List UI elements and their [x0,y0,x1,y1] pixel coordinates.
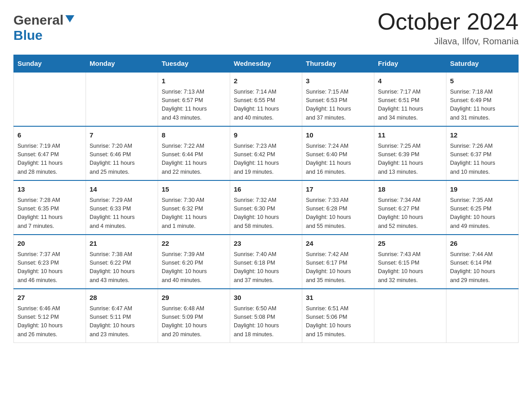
calendar-day-cell: 7Sunrise: 7:20 AM Sunset: 6:46 PM Daylig… [86,126,158,180]
col-monday: Monday [86,55,158,73]
calendar-day-cell: 10Sunrise: 7:24 AM Sunset: 6:40 PM Dayli… [302,126,374,180]
col-wednesday: Wednesday [230,55,302,73]
day-info: Sunrise: 7:30 AM Sunset: 6:32 PM Dayligh… [162,196,226,231]
calendar-day-cell: 2Sunrise: 7:14 AM Sunset: 6:55 PM Daylig… [230,72,302,126]
day-info: Sunrise: 7:37 AM Sunset: 6:23 PM Dayligh… [17,250,82,285]
calendar-day-cell: 3Sunrise: 7:15 AM Sunset: 6:53 PM Daylig… [302,72,374,126]
calendar-day-cell: 30Sunrise: 6:50 AM Sunset: 5:08 PM Dayli… [230,289,302,343]
day-number: 13 [17,184,82,195]
logo: General Blue [13,13,74,43]
logo-general-text: General [13,13,64,28]
day-number: 6 [17,130,82,141]
day-number: 30 [234,293,298,303]
day-info: Sunrise: 7:29 AM Sunset: 6:33 PM Dayligh… [90,196,154,231]
month-title: October 2024 [378,9,519,34]
day-number: 27 [17,293,82,303]
day-number: 22 [162,239,226,249]
calendar-table: Sunday Monday Tuesday Wednesday Thursday… [13,55,519,343]
day-info: Sunrise: 7:17 AM Sunset: 6:51 PM Dayligh… [378,88,442,123]
calendar-day-cell: 31Sunrise: 6:51 AM Sunset: 5:06 PM Dayli… [302,289,374,343]
calendar-day-cell: 14Sunrise: 7:29 AM Sunset: 6:33 PM Dayli… [86,180,158,235]
day-info: Sunrise: 7:25 AM Sunset: 6:39 PM Dayligh… [378,142,442,177]
day-number: 24 [306,239,370,249]
day-info: Sunrise: 7:43 AM Sunset: 6:15 PM Dayligh… [378,250,442,285]
calendar-day-cell: 13Sunrise: 7:28 AM Sunset: 6:35 PM Dayli… [14,180,86,235]
calendar-day-cell: 27Sunrise: 6:46 AM Sunset: 5:12 PM Dayli… [14,289,86,343]
day-info: Sunrise: 6:46 AM Sunset: 5:12 PM Dayligh… [17,304,82,339]
day-number: 2 [234,76,298,86]
calendar-week-row: 13Sunrise: 7:28 AM Sunset: 6:35 PM Dayli… [14,180,519,235]
day-number: 15 [162,184,226,195]
day-info: Sunrise: 6:47 AM Sunset: 5:11 PM Dayligh… [90,304,154,339]
day-info: Sunrise: 7:18 AM Sunset: 6:49 PM Dayligh… [450,88,515,123]
day-info: Sunrise: 7:33 AM Sunset: 6:28 PM Dayligh… [306,196,370,231]
day-info: Sunrise: 7:24 AM Sunset: 6:40 PM Dayligh… [306,142,370,177]
calendar-day-cell: 26Sunrise: 7:44 AM Sunset: 6:14 PM Dayli… [446,235,519,289]
calendar-day-cell: 28Sunrise: 6:47 AM Sunset: 5:11 PM Dayli… [86,289,158,343]
day-info: Sunrise: 6:50 AM Sunset: 5:08 PM Dayligh… [234,304,298,339]
day-number: 1 [162,76,226,86]
day-info: Sunrise: 6:48 AM Sunset: 5:09 PM Dayligh… [162,304,226,339]
day-info: Sunrise: 7:34 AM Sunset: 6:27 PM Dayligh… [378,196,442,231]
calendar-header-row: Sunday Monday Tuesday Wednesday Thursday… [14,55,519,73]
day-info: Sunrise: 7:15 AM Sunset: 6:53 PM Dayligh… [306,88,370,123]
day-number: 29 [162,293,226,303]
day-number: 3 [306,76,370,86]
day-number: 25 [378,239,442,249]
col-friday: Friday [374,55,446,73]
calendar-day-cell [374,289,446,343]
day-number: 8 [162,130,226,141]
calendar-day-cell: 1Sunrise: 7:13 AM Sunset: 6:57 PM Daylig… [158,72,230,126]
day-info: Sunrise: 7:26 AM Sunset: 6:37 PM Dayligh… [450,142,515,177]
day-number: 4 [378,76,442,86]
location-text: Jilava, Ilfov, Romania [378,36,519,47]
calendar-day-cell: 23Sunrise: 7:40 AM Sunset: 6:18 PM Dayli… [230,235,302,289]
calendar-day-cell: 4Sunrise: 7:17 AM Sunset: 6:51 PM Daylig… [374,72,446,126]
calendar-day-cell: 8Sunrise: 7:22 AM Sunset: 6:44 PM Daylig… [158,126,230,180]
calendar-day-cell: 12Sunrise: 7:26 AM Sunset: 6:37 PM Dayli… [446,126,519,180]
page-header: General Blue October 2024 Jilava, Ilfov,… [13,9,519,47]
day-number: 5 [450,76,515,86]
calendar-week-row: 6Sunrise: 7:19 AM Sunset: 6:47 PM Daylig… [14,126,519,180]
day-number: 11 [378,130,442,141]
calendar-week-row: 20Sunrise: 7:37 AM Sunset: 6:23 PM Dayli… [14,235,519,289]
calendar-day-cell: 25Sunrise: 7:43 AM Sunset: 6:15 PM Dayli… [374,235,446,289]
calendar-day-cell [14,72,86,126]
calendar-day-cell: 19Sunrise: 7:35 AM Sunset: 6:25 PM Dayli… [446,180,519,235]
col-thursday: Thursday [302,55,374,73]
title-section: October 2024 Jilava, Ilfov, Romania [378,9,519,47]
day-number: 9 [234,130,298,141]
day-number: 31 [306,293,370,303]
day-number: 17 [306,184,370,195]
day-info: Sunrise: 7:38 AM Sunset: 6:22 PM Dayligh… [90,250,154,285]
calendar-day-cell: 29Sunrise: 6:48 AM Sunset: 5:09 PM Dayli… [158,289,230,343]
day-info: Sunrise: 7:44 AM Sunset: 6:14 PM Dayligh… [450,250,515,285]
svg-marker-0 [65,15,74,22]
calendar-day-cell: 11Sunrise: 7:25 AM Sunset: 6:39 PM Dayli… [374,126,446,180]
day-number: 7 [90,130,154,141]
day-info: Sunrise: 7:14 AM Sunset: 6:55 PM Dayligh… [234,88,298,123]
day-number: 23 [234,239,298,249]
day-number: 28 [90,293,154,303]
day-number: 10 [306,130,370,141]
calendar-day-cell: 6Sunrise: 7:19 AM Sunset: 6:47 PM Daylig… [14,126,86,180]
day-number: 26 [450,239,515,249]
day-number: 21 [90,239,154,249]
calendar-day-cell: 15Sunrise: 7:30 AM Sunset: 6:32 PM Dayli… [158,180,230,235]
day-info: Sunrise: 7:20 AM Sunset: 6:46 PM Dayligh… [90,142,154,177]
calendar-day-cell [446,289,519,343]
calendar-week-row: 1Sunrise: 7:13 AM Sunset: 6:57 PM Daylig… [14,72,519,126]
day-number: 12 [450,130,515,141]
calendar-day-cell [86,72,158,126]
day-info: Sunrise: 7:32 AM Sunset: 6:30 PM Dayligh… [234,196,298,231]
day-number: 18 [378,184,442,195]
day-number: 19 [450,184,515,195]
day-info: Sunrise: 6:51 AM Sunset: 5:06 PM Dayligh… [306,304,370,339]
logo-arrow-icon [65,15,74,26]
day-info: Sunrise: 7:39 AM Sunset: 6:20 PM Dayligh… [162,250,226,285]
day-info: Sunrise: 7:23 AM Sunset: 6:42 PM Dayligh… [234,142,298,177]
day-number: 16 [234,184,298,195]
day-number: 20 [17,239,82,249]
day-info: Sunrise: 7:22 AM Sunset: 6:44 PM Dayligh… [162,142,226,177]
calendar-day-cell: 5Sunrise: 7:18 AM Sunset: 6:49 PM Daylig… [446,72,519,126]
